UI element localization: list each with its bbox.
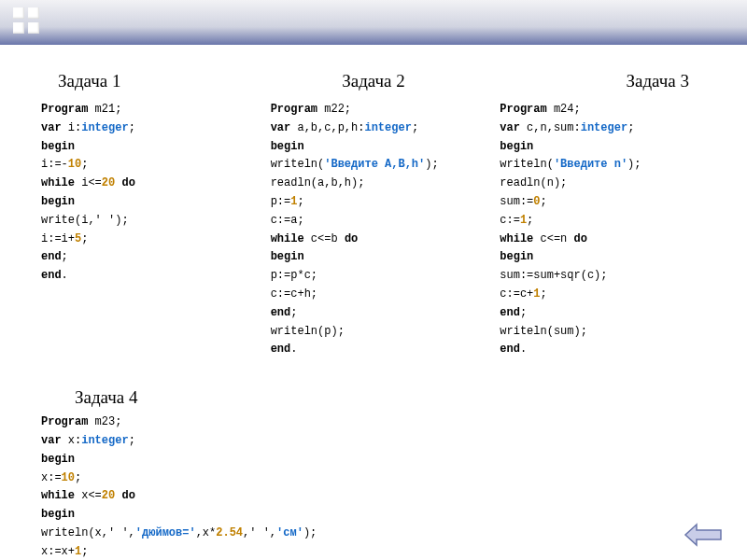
back-arrow-button[interactable] [684, 523, 723, 547]
task1-title: Задача 1 [58, 71, 121, 91]
arrow-left-icon [684, 523, 723, 547]
task4-code: Program m23; var x:integer; begin x:=10;… [41, 413, 706, 560]
task3-title: Задача 3 [626, 71, 689, 91]
task2-title: Задача 2 [342, 71, 405, 91]
task4-block: Задача 4 Program m23; var x:integer; beg… [41, 387, 706, 560]
task-titles-row: Задача 1 Задача 2 Задача 3 [41, 71, 706, 95]
task1-code: Program m21; var i:integer; begin i:=-10… [41, 101, 247, 359]
task3-code: Program m24; var c,n,sum:integer; begin … [500, 101, 706, 359]
code-columns: Program m21; var i:integer; begin i:=-10… [41, 95, 706, 359]
header-bar [0, 0, 747, 45]
decorative-squares [13, 7, 39, 34]
task4-title: Задача 4 [75, 387, 706, 408]
slide-content: Задача 1 Задача 2 Задача 3 Program m21; … [0, 45, 747, 560]
task2-code: Program m22; var a,b,c,p,h:integer; begi… [271, 101, 477, 359]
